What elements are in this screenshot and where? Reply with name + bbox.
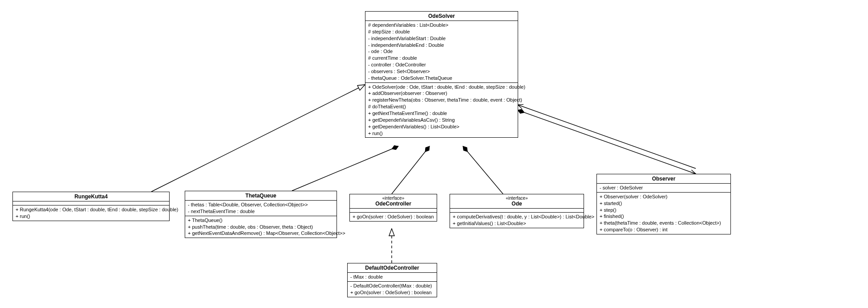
class-odecontroller: «interface» OdeController + goOn(solver … [349, 194, 437, 222]
attr-row: # dependentVariables : List<Double> [368, 22, 515, 29]
edge-odesolver-thetaqueue [292, 146, 398, 191]
attributes-section: - tMax : double [348, 273, 437, 282]
op-row: + step() [600, 207, 728, 214]
operations-section: + computeDerivatives(t : double, y : Lis… [450, 213, 584, 228]
op-row: + registerNewTheta(obs : Observer, theta… [368, 97, 515, 103]
operations-section: + goOn(solver : OdeSolver) : boolean [350, 213, 437, 221]
op-row: # doThetaEvent() [368, 103, 515, 110]
class-defaultodecontroller: DefaultOdeController - tMax : double - D… [347, 263, 437, 297]
attr-row: - ode : Ode [368, 48, 515, 55]
class-rungekutta4: RungeKutta4 + RungeKutta4(ode : Ode, tSt… [12, 192, 170, 221]
class-title: Observer [597, 174, 730, 184]
attr-row: - observers : Set<Observer> [368, 68, 515, 75]
op-row: + getDependentVariables() : List<Double> [368, 123, 515, 130]
op-row: + RungeKutta4(ode : Ode, tStart : double… [16, 206, 166, 213]
class-title: «interface» Ode [450, 194, 584, 209]
attributes-section [350, 209, 437, 213]
op-row: - DefaultOdeController(tMax : double) [350, 283, 434, 289]
attr-row: - independentVariableEnd : Double [368, 42, 515, 49]
attributes-section [13, 201, 169, 205]
edge-observer-odesolver [518, 105, 696, 168]
edge-odesolver-observer [518, 110, 696, 174]
op-row: + computeDerivatives(t : double, y : Lis… [453, 214, 581, 220]
op-row: + pushTheta(time : double, obs : Observe… [188, 224, 334, 230]
class-title: RungeKutta4 [13, 192, 169, 201]
attr-row: # currentTime : double [368, 55, 515, 62]
class-title-text: Ode [511, 201, 522, 207]
class-title: «interface» OdeController [350, 194, 437, 209]
class-thetaqueue: ThetaQueue - thetas : Table<Double, Obse… [185, 191, 337, 238]
class-title: DefaultOdeController [348, 263, 437, 273]
attributes-section [450, 209, 584, 213]
attr-row: - nextThetaEventTime : double [188, 208, 334, 215]
op-row: + addObserver(observer : Observer) [368, 90, 515, 97]
attributes-section: - solver : OdeSolver [597, 184, 730, 193]
edge-odesolver-odecontroller [392, 146, 430, 194]
class-title-text: OdeController [375, 201, 411, 207]
operations-section: - DefaultOdeController(tMax : double) + … [348, 282, 437, 297]
op-row: + OdeSolver(ode : Ode, tStart : double, … [368, 84, 515, 90]
attr-row: - solver : OdeSolver [600, 185, 728, 191]
class-ode: «interface» Ode + computeDerivatives(t :… [450, 194, 584, 228]
op-row: + run() [368, 130, 515, 137]
operations-section: + Observer(solver : OdeSolver) + started… [597, 193, 730, 234]
op-row: + getDependetVariablesAsCsv() : String [368, 117, 515, 123]
op-row: + getNextEventDataAndRemove() : Map<Obse… [188, 230, 334, 237]
operations-section: + RungeKutta4(ode : Ode, tStart : double… [13, 205, 169, 221]
op-row: + run() [16, 213, 166, 220]
op-row: + finished() [600, 213, 728, 220]
attr-row: # stepSize : double [368, 29, 515, 35]
operations-section: + OdeSolver(ode : Ode, tStart : double, … [365, 83, 518, 138]
attr-row: - thetaQueue : OdeSolver.ThetaQueue [368, 75, 515, 82]
attr-row: - thetas : Table<Double, Observer, Colle… [188, 201, 334, 208]
class-observer: Observer - solver : OdeSolver + Observer… [596, 174, 731, 234]
edge-odesolver-ode [463, 146, 503, 194]
uml-canvas: OdeSolver # dependentVariables : List<Do… [4, 4, 868, 308]
op-row: + compareTo(o : Observer) : int [600, 226, 728, 233]
attributes-section: # dependentVariables : List<Double> # st… [365, 21, 518, 83]
operations-section: + ThetaQueue() + pushTheta(time : double… [185, 216, 337, 238]
class-title: OdeSolver [365, 12, 518, 21]
op-row: + getNextThetaEventTime() : double [368, 110, 515, 117]
op-row: + ThetaQueue() [188, 217, 334, 224]
op-row: + goOn(solver : OdeSolver) : boolean [353, 214, 434, 220]
attr-row: - independentVariableStart : Double [368, 35, 515, 42]
stereotype-label: «interface» [454, 196, 580, 201]
attr-row: - tMax : double [350, 274, 434, 280]
op-row: + getInitialValues() : List<Double> [453, 220, 581, 227]
attr-row: - controller : OdeController [368, 62, 515, 68]
class-title: ThetaQueue [185, 191, 337, 201]
op-row: + goOn(solver : OdeSolver) : boolean [350, 289, 434, 296]
stereotype-label: «interface» [353, 196, 433, 201]
attributes-section: - thetas : Table<Double, Observer, Colle… [185, 201, 337, 216]
class-odesolver: OdeSolver # dependentVariables : List<Do… [365, 11, 518, 138]
op-row: + theta(thetaTime : double, events : Col… [600, 220, 728, 226]
op-row: + started() [600, 200, 728, 207]
op-row: + Observer(solver : OdeSolver) [600, 193, 728, 200]
edge-rk4-odesolver [151, 85, 365, 192]
